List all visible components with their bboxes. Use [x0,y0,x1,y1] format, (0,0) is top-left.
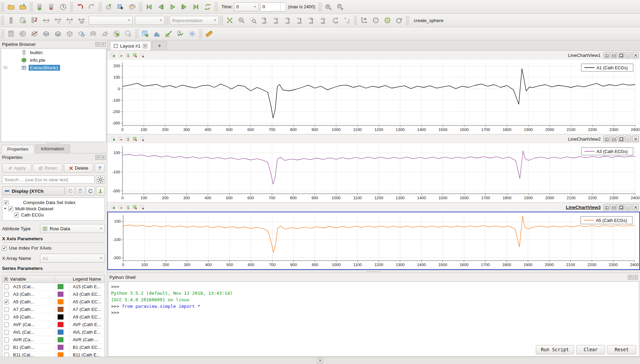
select-all-checkbox[interactable] [4,277,8,281]
representation-combobox[interactable]: Representation [170,16,219,25]
toggle-color-legend-icon[interactable] [6,15,17,26]
select-points-toggle-icon[interactable] [125,204,131,211]
close-layout-tab-icon[interactable] [143,44,147,48]
interactive-select-icon[interactable] [132,136,138,142]
view-plus-y-icon[interactable]: +Y [283,15,294,26]
layout-tab[interactable]: Layout #1 [110,41,151,50]
time-spinbox-input[interactable] [261,3,280,11]
series-visibility-checkbox[interactable] [4,322,9,327]
split-horizontal-button[interactable] [603,204,610,210]
macro-create-sphere-button[interactable]: create_sphere [410,18,447,23]
toolbar-grip[interactable] [99,2,102,11]
series-color-swatch[interactable] [58,314,63,320]
interactive-select-icon[interactable] [132,52,138,59]
loop-button[interactable] [202,1,213,12]
rescale-temporal-icon[interactable]: t [64,15,75,26]
save-defaults-icon[interactable] [96,186,105,195]
toolbar-grip[interactable] [220,16,223,25]
pick-center-icon[interactable] [382,15,393,26]
composite-index-checkbox[interactable] [4,200,9,205]
box-select-icon[interactable] [139,52,146,59]
cath-ecgs-row[interactable]: Cath ECGs [4,212,103,218]
toolbar-grip[interactable] [406,16,409,25]
visibility-eye-icon[interactable] [3,65,8,70]
split-vertical-button[interactable] [611,204,617,210]
select-data-icon[interactable] [115,1,126,12]
series-table-row[interactable]: A3 (Cath...A3 (Cath EC... [2,291,105,298]
view-minus-z-icon[interactable]: -Z [318,15,329,26]
toolbar-grip[interactable] [139,2,142,11]
redo-icon[interactable] [86,1,97,12]
component-combobox[interactable] [135,16,165,25]
x-array-name-combobox[interactable]: A1 [40,254,105,263]
plot-data-over-time-icon[interactable] [175,28,186,39]
zoom-to-box-icon[interactable] [248,15,259,26]
color-by-combobox[interactable] [89,16,133,25]
series-color-swatch[interactable] [58,352,63,357]
select-points-add-icon[interactable] [110,52,117,59]
rescale-visible-icon[interactable] [76,15,87,26]
first-frame-button[interactable] [144,1,155,12]
series-table-row[interactable]: A5 (Cath...A5 (Cath EC... [2,298,105,306]
shell-splitter[interactable] [107,270,640,273]
select-points-toggle-icon[interactable] [125,136,131,142]
series-visibility-checkbox[interactable] [4,315,9,320]
multiblock-checkbox[interactable] [8,206,13,211]
series-visibility-checkbox[interactable] [4,345,9,350]
reset-camera-icon[interactable] [224,15,235,26]
toolbar-grip[interactable] [70,2,73,11]
undo-icon[interactable] [75,1,86,12]
toolbar-grip[interactable] [1,29,4,38]
status-close-icon[interactable] [317,358,323,363]
last-frame-button[interactable] [190,1,201,12]
split-vertical-button[interactable] [611,52,617,58]
clear-shell-button[interactable]: Clear [576,345,605,354]
series-table-row[interactable]: AVF (Cat...AVF (Cath E... [2,321,105,328]
clip-filter-icon[interactable] [29,28,40,39]
series-color-swatch[interactable] [58,284,63,289]
extract-subset-filter-icon[interactable] [64,28,75,39]
line-chart-canvas[interactable]: 100-100-30001002003004005006007008009001… [107,143,640,202]
select-points-add-icon[interactable] [110,136,117,142]
series-table-row[interactable]: AVR (Ca...AVR (Cath ... [2,336,105,344]
undock-panel-icon[interactable] [96,42,100,47]
tab-properties[interactable]: Properties [1,145,35,153]
line-chart-canvas[interactable]: 2001000-100-200-300010020030040050060070… [107,60,640,134]
toolbar-grip[interactable] [30,2,33,11]
properties-search-input[interactable] [2,175,95,184]
spreadsheet-view-icon[interactable] [140,28,151,39]
series-color-swatch[interactable] [58,337,63,342]
cath-ecgs-checkbox[interactable] [14,213,19,218]
multiblock-row[interactable]: Multi-block Dataset [4,206,103,212]
box-select-icon[interactable] [139,136,146,142]
close-panel-icon[interactable] [101,155,106,160]
time-spinbox[interactable] [260,2,286,11]
reset-session-icon[interactable] [58,1,69,12]
paste-properties-icon[interactable] [76,186,85,195]
use-index-checkbox[interactable] [2,246,7,251]
python-shell-console[interactable]: >>>Python 3.5.2 (default, Nov 12 2018, 1… [108,281,639,357]
open-file-icon[interactable] [6,1,17,12]
pipeline-item-builtin[interactable]: builtin: [1,49,106,56]
select-points-add-icon[interactable] [110,204,117,211]
undock-panel-icon[interactable] [96,155,100,160]
apply-button[interactable]: Apply [2,163,31,173]
select-points-subtract-icon[interactable] [117,52,124,59]
series-table-header[interactable]: Variable Legend Name [2,275,105,283]
disconnect-server-icon[interactable] [46,1,57,12]
view-minus-x-icon[interactable]: -X [271,15,282,26]
spin-up-icon[interactable] [280,3,286,7]
close-view-button[interactable] [632,204,639,210]
group-datasets-filter-icon[interactable] [111,28,122,39]
auto-apply-icon[interactable] [103,1,114,12]
panel-splitter[interactable] [0,142,107,144]
play-button[interactable] [167,1,178,12]
display-section-button[interactable]: Display (XYCh [2,186,65,195]
series-table-row[interactable]: B1 (Cath...B1 (Cath EC... [2,344,105,351]
split-horizontal-button[interactable] [603,136,610,142]
series-visibility-checkbox[interactable] [4,330,9,335]
reset-button[interactable]: Reset [33,163,62,173]
temporal-interpolator-icon[interactable] [187,28,198,39]
toolbar-grip[interactable] [166,16,169,25]
time-combobox[interactable]: 0 [234,2,259,11]
